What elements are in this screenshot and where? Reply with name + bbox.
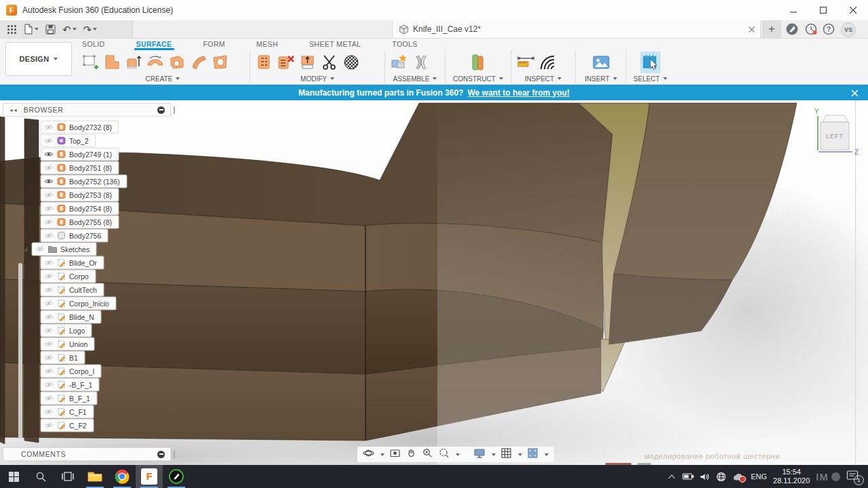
viewports-button[interactable]: [527, 447, 538, 462]
viewcube[interactable]: Y LEFT Z: [809, 106, 860, 161]
select-button[interactable]: [640, 52, 660, 73]
panel-options-icon[interactable]: [157, 106, 165, 114]
banner-link[interactable]: We want to hear from you!: [467, 88, 569, 98]
task-view-button[interactable]: [54, 465, 81, 488]
browser-item[interactable]: Corpo: [41, 270, 96, 283]
assemble-dropdown[interactable]: ASSEMBLE: [389, 75, 441, 83]
expand-triangle-icon[interactable]: [22, 246, 28, 252]
browser-item[interactable]: Body2754 (8): [41, 202, 119, 215]
browser-item[interactable]: B_F_1: [41, 392, 97, 405]
taskbar-recorder-app[interactable]: [163, 465, 190, 488]
visibility-eye-icon[interactable]: [44, 164, 54, 171]
browser-item[interactable]: Body2752 (136): [41, 175, 127, 188]
visibility-eye-icon[interactable]: [44, 191, 54, 199]
extensions-button[interactable]: [785, 22, 799, 36]
banner-close-button[interactable]: [851, 87, 859, 100]
save-button[interactable]: [45, 24, 56, 35]
browser-item[interactable]: Sketches: [22, 243, 96, 256]
visibility-eye-icon[interactable]: [44, 354, 54, 361]
measure-button[interactable]: [515, 52, 536, 73]
panel-grip[interactable]: [174, 106, 175, 114]
construct-dropdown[interactable]: CONSTRUCT: [450, 75, 507, 83]
start-button[interactable]: [0, 465, 27, 488]
visibility-eye-icon[interactable]: [44, 259, 54, 266]
visibility-eye-icon[interactable]: [44, 123, 54, 131]
surface-loft-button[interactable]: [189, 52, 209, 73]
browser-item[interactable]: Blide_N: [41, 310, 101, 323]
select-dropdown[interactable]: SELECT: [631, 75, 670, 83]
model-3d-view[interactable]: [0, 100, 868, 465]
reverse-normal-button[interactable]: [298, 52, 318, 73]
browser-item[interactable]: CultTech: [41, 283, 104, 296]
zoom-button[interactable]: [422, 447, 433, 462]
document-tab[interactable]: Knife_III_Cae v12*: [392, 20, 761, 38]
visibility-eye-icon[interactable]: [44, 150, 54, 158]
cloud-sync-icon[interactable]: [732, 472, 745, 481]
visibility-eye-icon[interactable]: [44, 272, 54, 280]
browser-item[interactable]: Body2732 (8): [41, 121, 119, 134]
chevron-down-icon[interactable]: [545, 453, 549, 456]
orbit-button[interactable]: [363, 447, 374, 462]
insert-canvas-button[interactable]: [591, 52, 611, 73]
browser-item[interactable]: Body2755 (8): [41, 216, 119, 228]
browser-panel-header[interactable]: ◄◄ BROWSER: [3, 103, 171, 117]
browser-item[interactable]: B1: [41, 351, 85, 364]
create-dropdown[interactable]: CREATE: [80, 75, 245, 83]
construct-plane-button[interactable]: [468, 52, 488, 73]
browser-item[interactable]: Top_2: [41, 134, 96, 147]
browser-item[interactable]: Corpo_I: [41, 365, 101, 378]
zoom-window-button[interactable]: [438, 447, 450, 462]
chevron-down-icon[interactable]: [492, 453, 496, 456]
undo-button[interactable]: ↶: [62, 24, 77, 35]
display-settings-button[interactable]: [473, 447, 486, 462]
taskbar-search-button[interactable]: [27, 465, 54, 488]
panel-options-icon[interactable]: [157, 451, 165, 458]
modify-form-button[interactable]: [254, 52, 275, 73]
insert-dropdown[interactable]: INSERT: [580, 75, 622, 83]
maximize-button[interactable]: [808, 0, 838, 20]
browser-item[interactable]: Body2751 (8): [41, 161, 119, 174]
taskbar-fusion360[interactable]: F: [136, 465, 163, 488]
visibility-eye-icon[interactable]: [44, 340, 54, 348]
pan-button[interactable]: [406, 447, 417, 462]
avatar[interactable]: VS: [841, 22, 856, 37]
tab-form[interactable]: FORM: [201, 39, 228, 50]
browser-item[interactable]: Union: [41, 338, 94, 350]
grid-snap-button[interactable]: [500, 447, 512, 462]
visibility-eye-icon[interactable]: [44, 286, 54, 293]
collapse-panel-icon[interactable]: ◄◄: [9, 108, 17, 113]
taskbar-chrome[interactable]: [108, 465, 136, 488]
browser-item[interactable]: Body2756: [41, 229, 108, 242]
volume-icon[interactable]: [700, 472, 710, 481]
look-at-button[interactable]: [389, 447, 401, 462]
visibility-eye-icon[interactable]: [44, 300, 54, 307]
language-indicator[interactable]: ENG: [751, 472, 767, 481]
visibility-eye-icon[interactable]: [44, 205, 54, 212]
browser-scrollbar[interactable]: [18, 263, 22, 439]
browser-item[interactable]: -B_F_1: [41, 378, 99, 391]
viewport-canvas[interactable]: ◄◄ BROWSER Body2732 (8)Top_2Body2749 (1)…: [0, 100, 868, 465]
visibility-eye-icon[interactable]: [44, 218, 54, 226]
browser-item[interactable]: Body2749 (1): [41, 148, 119, 161]
curvature-comb-button[interactable]: [537, 52, 557, 73]
visibility-eye-icon[interactable]: [44, 232, 54, 239]
battery-icon[interactable]: [682, 472, 694, 481]
job-status-button[interactable]: [804, 22, 818, 36]
visibility-eye-icon[interactable]: [44, 313, 54, 321]
action-center-button[interactable]: 1: [846, 470, 861, 483]
visibility-eye-icon[interactable]: [44, 137, 54, 144]
tray-chevron-icon[interactable]: [667, 474, 676, 480]
browser-item[interactable]: Corpo_Inicio: [41, 297, 116, 310]
browser-item[interactable]: Blide_Or: [41, 256, 104, 269]
tab-surface[interactable]: SURFACE: [134, 39, 174, 50]
redo-button[interactable]: ↷: [83, 24, 98, 35]
viewcube-top-face[interactable]: [823, 115, 848, 122]
surface-revolve-button[interactable]: [145, 52, 165, 73]
visibility-eye-icon[interactable]: [44, 327, 54, 334]
inspect-dropdown[interactable]: INSPECT: [515, 75, 571, 83]
visibility-eye-icon[interactable]: [44, 367, 54, 375]
unstitch-button[interactable]: [319, 52, 340, 73]
data-panel-grid-icon[interactable]: [7, 24, 17, 35]
surface-extrude-button[interactable]: [123, 52, 144, 73]
chevron-down-icon[interactable]: [456, 453, 460, 456]
